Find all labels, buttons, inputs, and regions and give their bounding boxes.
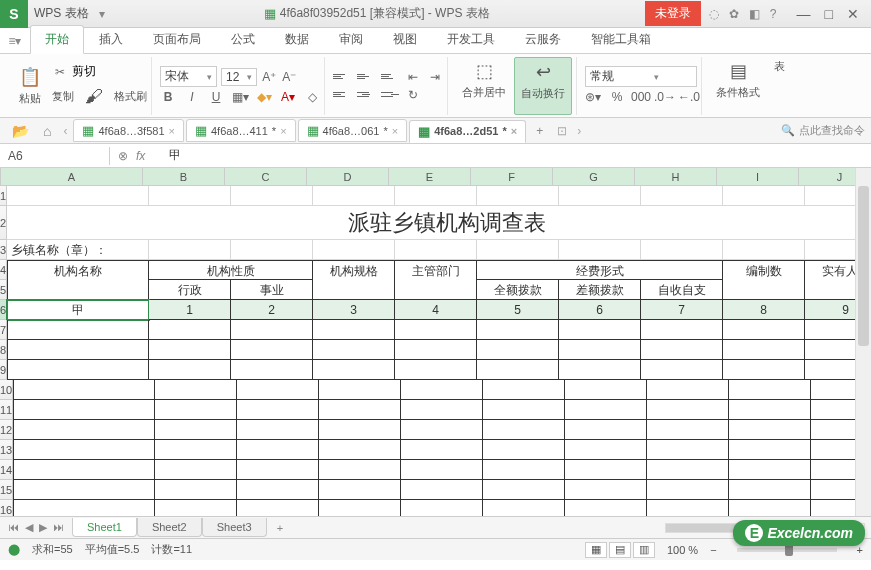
comma-button[interactable]: 000	[633, 89, 649, 105]
minimize-button[interactable]: —	[797, 6, 811, 22]
doctab-list[interactable]: ⊡	[553, 124, 571, 138]
row-header[interactable]: 14	[0, 460, 13, 480]
sheet-tab-0[interactable]: Sheet1	[72, 518, 137, 537]
cell[interactable]: 4	[395, 300, 477, 320]
merge-center-button[interactable]: ⬚ 合并居中	[456, 57, 512, 115]
prev-sheet-button[interactable]: ◀	[25, 521, 33, 534]
align-left-button[interactable]	[333, 88, 351, 102]
cell-reference-box[interactable]: A6	[0, 147, 110, 165]
clear-format-button[interactable]: ◇	[304, 89, 320, 105]
doctab-next[interactable]: ›	[573, 124, 585, 138]
menu-tab-smart[interactable]: 智能工具箱	[576, 25, 666, 53]
active-cell[interactable]: 甲	[7, 300, 149, 320]
zoom-out-button[interactable]: −	[710, 544, 716, 556]
col-header-D[interactable]: D	[307, 168, 389, 185]
close-button[interactable]: ✕	[847, 6, 859, 22]
close-icon[interactable]: ×	[280, 125, 286, 137]
menu-tab-layout[interactable]: 页面布局	[138, 25, 216, 53]
align-right-button[interactable]	[381, 88, 399, 102]
close-icon[interactable]: ×	[511, 125, 517, 137]
cell[interactable]: 8	[723, 300, 805, 320]
header-inst-name[interactable]: 机构名称	[7, 260, 149, 280]
sheet-tab-2[interactable]: Sheet3	[202, 518, 267, 537]
command-search[interactable]: 🔍点此查找命令	[781, 123, 865, 138]
app-menu-dropdown[interactable]: ▾	[95, 7, 109, 21]
add-doctab-button[interactable]: +	[528, 124, 551, 138]
cancel-formula-icon[interactable]: ⊗	[118, 149, 128, 163]
font-color-button[interactable]: A▾	[280, 89, 296, 105]
file-menu-button[interactable]: ≡▾	[0, 29, 30, 53]
indent-decrease-button[interactable]: ⇤	[405, 69, 421, 85]
cell[interactable]: 7	[641, 300, 723, 320]
percent-button[interactable]: %	[609, 89, 625, 105]
next-sheet-button[interactable]: ▶	[39, 521, 47, 534]
menu-tab-review[interactable]: 审阅	[324, 25, 378, 53]
row-header[interactable]: 15	[0, 480, 13, 500]
zoom-in-button[interactable]: +	[857, 544, 863, 556]
fx-button[interactable]: fx	[136, 149, 145, 163]
indent-increase-button[interactable]: ⇥	[427, 69, 443, 85]
row-header[interactable]: 2	[0, 206, 7, 240]
row-header[interactable]: 4	[0, 260, 7, 280]
help-icon[interactable]: ?	[770, 7, 777, 21]
vertical-scrollbar[interactable]	[855, 168, 871, 516]
fill-color-button[interactable]: ◆▾	[256, 89, 272, 105]
sheet-tab-1[interactable]: Sheet2	[137, 518, 202, 537]
align-top-button[interactable]	[333, 70, 351, 84]
row-header[interactable]: 11	[0, 400, 13, 420]
increase-font-button[interactable]: A⁺	[261, 69, 277, 85]
col-header-C[interactable]: C	[225, 168, 307, 185]
col-header-A[interactable]: A	[1, 168, 143, 185]
row-header[interactable]: 12	[0, 420, 13, 440]
row-header[interactable]: 7	[0, 320, 7, 340]
close-icon[interactable]: ×	[392, 125, 398, 137]
page-layout-button[interactable]: ▤	[609, 542, 631, 558]
align-middle-button[interactable]	[357, 70, 375, 84]
menu-tab-formula[interactable]: 公式	[216, 25, 270, 53]
maximize-button[interactable]: □	[825, 6, 833, 22]
align-center-button[interactable]	[357, 88, 375, 102]
add-sheet-button[interactable]: +	[267, 522, 293, 534]
row-header[interactable]: 10	[0, 380, 13, 400]
doctab-0[interactable]: ▦4f6a8…3f581×	[73, 119, 184, 142]
zoom-value[interactable]: 100 %	[667, 544, 698, 556]
last-sheet-button[interactable]: ⏭	[53, 521, 64, 534]
currency-button[interactable]: ⊛▾	[585, 89, 601, 105]
menu-tab-data[interactable]: 数据	[270, 25, 324, 53]
header-inst-spec[interactable]: 机构规格	[313, 260, 395, 280]
col-header-I[interactable]: I	[717, 168, 799, 185]
skin-icon[interactable]: ◧	[749, 7, 760, 21]
cell[interactable]: 6	[559, 300, 641, 320]
italic-button[interactable]: I	[184, 89, 200, 105]
doctab-1[interactable]: ▦4f6a8…411 *×	[186, 119, 296, 142]
menu-tab-view[interactable]: 视图	[378, 25, 432, 53]
cell[interactable]: 9	[805, 300, 855, 320]
first-sheet-button[interactable]: ⏮	[8, 521, 19, 534]
align-bottom-button[interactable]	[381, 70, 399, 84]
cell[interactable]: 1	[149, 300, 231, 320]
settings-icon[interactable]: ✿	[729, 7, 739, 21]
formula-input[interactable]: 甲	[153, 147, 181, 164]
cell[interactable]: 3	[313, 300, 395, 320]
scrollbar-thumb[interactable]	[858, 186, 869, 346]
border-button[interactable]: ▦▾	[232, 89, 248, 105]
doctab-prev[interactable]: ‹	[59, 124, 71, 138]
header-staff-count[interactable]: 编制数	[723, 260, 805, 280]
open-folder-icon[interactable]: 📂	[6, 123, 35, 139]
col-header-B[interactable]: B	[143, 168, 225, 185]
row-header[interactable]: 3	[0, 240, 7, 260]
page-break-button[interactable]: ▥	[633, 542, 655, 558]
col-header-E[interactable]: E	[389, 168, 471, 185]
row-header[interactable]: 8	[0, 340, 7, 360]
sync-icon[interactable]: ◌	[709, 7, 719, 21]
cell[interactable]: 5	[477, 300, 559, 320]
auto-wrap-button[interactable]: ↩ 自动换行	[514, 57, 572, 115]
row-header[interactable]: 13	[0, 440, 13, 460]
close-icon[interactable]: ×	[169, 125, 175, 137]
header-supervisor[interactable]: 主管部门	[395, 260, 477, 280]
row-header[interactable]: 6	[0, 300, 7, 320]
doctab-2[interactable]: ▦4f6a8…061 *×	[298, 119, 408, 142]
font-name-selector[interactable]: 宋体▾	[160, 66, 217, 87]
row-header[interactable]: 9	[0, 360, 7, 380]
menu-tab-developer[interactable]: 开发工具	[432, 25, 510, 53]
